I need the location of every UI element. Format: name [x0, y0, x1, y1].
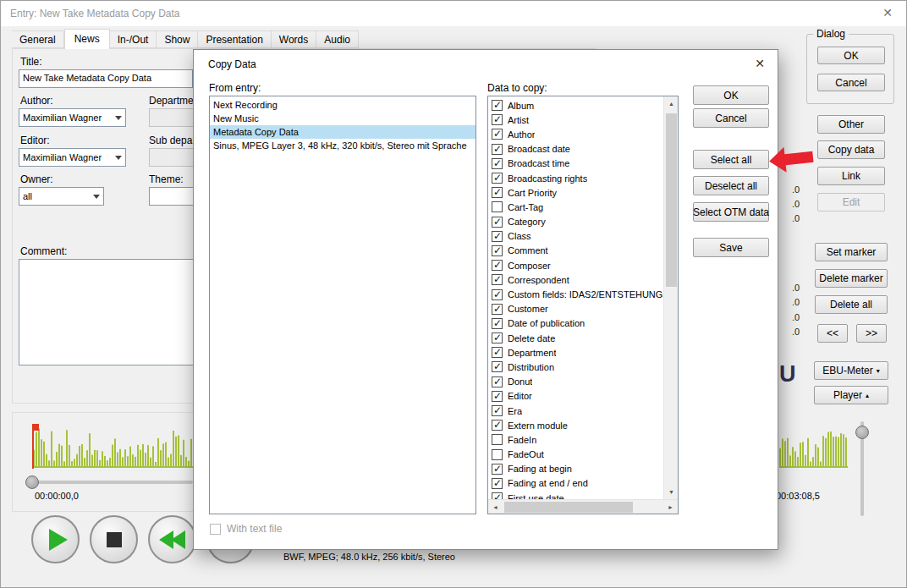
field-checkbox[interactable]: ✓ [492, 274, 503, 285]
select-all-button[interactable]: Select all [693, 150, 769, 169]
field-checkbox[interactable]: ✓ [492, 245, 503, 256]
scroll-left-icon[interactable]: ◄ [488, 500, 503, 514]
field-checkbox[interactable]: ✓ [492, 231, 503, 242]
field-checkbox[interactable]: ✓ [492, 173, 503, 184]
field-checkbox[interactable]: ✓ [492, 332, 503, 343]
checkbox-row[interactable]: ✓ Cart-Tag [488, 200, 663, 214]
field-checkbox[interactable]: ✓ [492, 391, 503, 402]
checkbox-row[interactable]: ✓ Editor [488, 389, 663, 404]
checkbox-row[interactable]: ✓ Distribution [488, 360, 663, 374]
field-checkbox[interactable]: ✓ [492, 217, 503, 228]
field-checkbox[interactable]: ✓ [492, 361, 503, 372]
tab[interactable]: Audio [316, 30, 359, 48]
checkbox-row[interactable]: ✓ Broadcast time [488, 157, 663, 171]
copy-dialog-close-icon[interactable]: ✕ [755, 57, 765, 70]
delete-marker-button[interactable]: Delete marker [815, 269, 888, 288]
field-checkbox[interactable]: ✓ [492, 376, 503, 387]
field-checkbox[interactable]: ✓ [492, 260, 503, 271]
field-checkbox[interactable]: ✓ [492, 158, 503, 169]
checkbox-row[interactable]: ✓ Era [488, 404, 663, 418]
save-button[interactable]: Save [693, 238, 769, 257]
checkbox-row[interactable]: ✓ Fading at begin [488, 462, 663, 476]
checkbox-row[interactable]: ✓ Correspondent [488, 272, 663, 287]
checkbox-row[interactable]: ✓ Cart Priority [488, 185, 663, 200]
title-input[interactable]: New Take Metadata Copy Data [19, 69, 193, 88]
vertical-scrollbar[interactable]: ▲ ▼ [663, 96, 678, 499]
checkbox-row[interactable]: ✓ Fading at end / end [488, 476, 663, 491]
scroll-down-icon[interactable]: ▼ [664, 485, 679, 499]
from-entry-list[interactable]: Next Recording New Music Metadata Copy D… [209, 96, 476, 514]
tab[interactable]: News [64, 29, 110, 49]
stop-button[interactable] [90, 515, 138, 563]
tab[interactable]: Presentation [198, 30, 271, 48]
copy-ok-button[interactable]: OK [693, 85, 769, 105]
field-checkbox[interactable]: ✓ [492, 318, 503, 329]
field-checkbox[interactable]: ✓ [492, 114, 503, 125]
link-button[interactable]: Link [817, 167, 885, 185]
other-button[interactable]: Other [817, 115, 885, 134]
checkbox-row[interactable]: ✓ Author [488, 127, 663, 141]
waveform-right[interactable] [779, 424, 849, 470]
dialog-ok-button[interactable]: OK [817, 47, 885, 64]
vertical-scroll-thumb[interactable] [666, 113, 677, 287]
field-checkbox[interactable]: ✓ [492, 289, 503, 300]
field-checkbox[interactable]: ✓ [492, 464, 503, 475]
from-entry-item[interactable]: New Music [210, 112, 475, 125]
next-button[interactable]: >> [856, 324, 887, 343]
tab[interactable]: In-/Out [110, 30, 157, 48]
field-checkbox[interactable]: ✓ [492, 492, 503, 499]
field-checkbox[interactable]: ✓ [492, 420, 503, 431]
field-checkbox[interactable]: ✓ [492, 129, 503, 140]
field-checkbox[interactable]: ✓ [492, 347, 503, 358]
copy-data-button[interactable]: Copy data [817, 140, 885, 159]
editor-combo[interactable]: Maximilian Wagner [19, 148, 126, 167]
checkbox-row[interactable]: ✓ Date of publication [488, 316, 663, 331]
horizontal-scroll-thumb[interactable] [504, 502, 633, 513]
checkbox-row[interactable]: ✓ Broadcasting rights [488, 171, 663, 185]
owner-combo-arrow[interactable] [89, 188, 103, 205]
checkbox-list[interactable]: ✓ Album ✓ Artist ✓ Author ✓ Broadcast da… [488, 96, 663, 499]
from-entry-item[interactable]: Metadata Copy Data [210, 125, 475, 139]
copy-cancel-button[interactable]: Cancel [693, 108, 769, 128]
volume-slider-thumb[interactable] [855, 426, 869, 439]
checkbox-row[interactable]: ✓ FadeOut [488, 448, 663, 462]
checkbox-row[interactable]: ✓ Class [488, 229, 663, 244]
checkbox-row[interactable]: ✓ Custom fields: IDAS2/ENTSTEHUNGSA [488, 287, 663, 301]
field-checkbox[interactable]: ✓ [492, 405, 503, 416]
field-checkbox[interactable]: ✓ [492, 478, 503, 489]
field-checkbox[interactable]: ✓ [492, 449, 503, 460]
field-checkbox[interactable]: ✓ [492, 144, 503, 155]
checkbox-row[interactable]: ✓ Customer [488, 302, 663, 316]
owner-combo[interactable]: all [19, 187, 104, 206]
select-otm-data-button[interactable]: Select OTM data [693, 202, 769, 222]
player-button[interactable]: Player ▴ [814, 386, 888, 404]
checkbox-row[interactable]: ✓ Delete date [488, 331, 663, 345]
play-button[interactable] [31, 515, 80, 563]
checkbox-row[interactable]: ✓ Department [488, 345, 663, 360]
author-combo-arrow[interactable] [111, 109, 125, 126]
prev-button[interactable]: << [817, 324, 848, 343]
deselect-all-button[interactable]: Deselect all [693, 176, 769, 195]
checkbox-row[interactable]: ✓ Extern module [488, 418, 663, 432]
seek-slider-thumb[interactable] [25, 475, 39, 489]
checkbox-row[interactable]: ✓ Composer [488, 258, 663, 272]
checkbox-row[interactable]: ✓ Broadcast date [488, 142, 663, 157]
set-marker-button[interactable]: Set marker [815, 243, 888, 261]
checkbox-row[interactable]: ✓ Album [488, 98, 663, 113]
field-checkbox[interactable]: ✓ [492, 187, 503, 198]
comment-textarea[interactable] [19, 259, 195, 365]
editor-combo-arrow[interactable] [111, 149, 125, 166]
field-checkbox[interactable]: ✓ [492, 100, 503, 111]
from-entry-item[interactable]: Next Recording [210, 98, 475, 112]
tab[interactable]: Words [272, 30, 316, 48]
waveform-left[interactable] [33, 424, 193, 470]
rewind-button[interactable] [148, 515, 196, 563]
checkbox-row[interactable]: ✓ Category [488, 215, 663, 229]
seek-slider-track[interactable] [25, 481, 193, 484]
checkbox-row[interactable]: ✓ FadeIn [488, 432, 663, 447]
checkbox-row[interactable]: ✓ Donut [488, 375, 663, 389]
scroll-right-icon[interactable]: ► [663, 500, 678, 514]
field-checkbox[interactable]: ✓ [492, 434, 503, 445]
horizontal-scrollbar[interactable]: ◄ ► [488, 499, 678, 514]
checkbox-row[interactable]: ✓ First use date [488, 491, 663, 499]
